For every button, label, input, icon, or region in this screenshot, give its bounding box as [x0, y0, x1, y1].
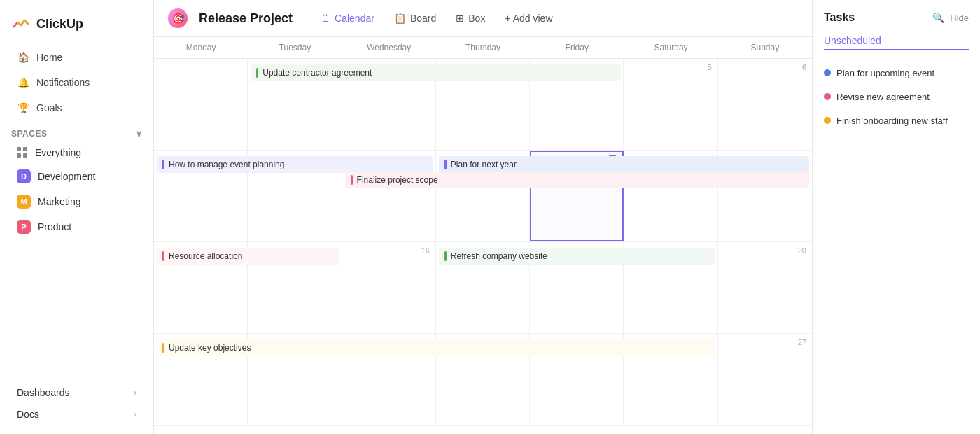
- task-dot-1: [824, 69, 831, 76]
- day-headers: Monday Tuesday Wednesday Thursday Friday…: [154, 37, 812, 59]
- day-number: 16: [345, 245, 433, 256]
- event-color-bar: [162, 160, 164, 169]
- sidebar-item-everything[interactable]: Everything: [6, 142, 148, 163]
- event-color-bar: [351, 175, 353, 185]
- day-cell[interactable]: 5: [624, 59, 718, 150]
- tab-board[interactable]: 📋 Board: [386, 8, 444, 28]
- calendar-event[interactable]: Update key objectives: [157, 340, 715, 356]
- tab-calendar[interactable]: 🗓 Calendar: [312, 8, 383, 28]
- everything-grid-icon: [17, 147, 28, 158]
- day-number: 20: [721, 245, 809, 256]
- logo-text: ClickUp: [36, 17, 83, 31]
- day-header-tuesday: Tuesday: [248, 37, 342, 58]
- project-title: Release Project: [199, 11, 293, 26]
- sidebar-item-home[interactable]: 🏠 Home: [6, 46, 148, 69]
- calendar-tab-label: Calendar: [335, 13, 374, 24]
- tasks-actions: 🔍 Hide: [932, 12, 969, 23]
- main-content: 🎯 Release Project 🗓 Calendar 📋 Board ⊞ B…: [154, 0, 812, 434]
- event-color-bar: [162, 343, 164, 353]
- task-label-3: Finish onboarding new staff: [836, 115, 948, 127]
- calendar-event[interactable]: How to manage event planning: [157, 156, 433, 173]
- event-label: Refresh company website: [451, 251, 547, 261]
- calendar-event[interactable]: Resource allocation: [157, 248, 340, 265]
- sidebar-item-goals-label: Goals: [36, 102, 62, 113]
- day-number: 6: [721, 62, 809, 73]
- day-number: 5: [626, 62, 714, 73]
- day-header-monday: Monday: [154, 37, 248, 58]
- task-dot-3: [824, 117, 831, 124]
- task-item-2[interactable]: Revise new agreement: [824, 85, 969, 109]
- tasks-hide-button[interactable]: Hide: [950, 13, 969, 23]
- day-cell[interactable]: 16: [342, 242, 436, 333]
- day-cell[interactable]: 6: [718, 59, 812, 150]
- logo-container: ClickUp: [0, 8, 153, 45]
- event-color-bar: [444, 251, 447, 261]
- day-header-friday: Friday: [530, 37, 624, 58]
- tasks-tab-unscheduled[interactable]: Unscheduled: [824, 32, 969, 50]
- event-label: Resource allocation: [169, 251, 242, 261]
- board-tab-icon: 📋: [394, 13, 406, 24]
- spaces-section-header: Spaces ∨: [0, 120, 153, 141]
- sidebar-item-development-label: Development: [38, 171, 96, 182]
- event-color-bar: [162, 251, 164, 261]
- task-item-1[interactable]: Plan for upcoming event: [824, 62, 969, 85]
- page-header: 🎯 Release Project 🗓 Calendar 📋 Board ⊞ B…: [154, 0, 812, 37]
- day-number: [157, 62, 244, 64]
- task-label-2: Revise new agreement: [836, 91, 930, 104]
- sidebar-item-home-label: Home: [36, 52, 62, 63]
- sidebar-item-development[interactable]: D Development: [6, 164, 148, 188]
- project-icon: 🎯: [168, 8, 188, 28]
- tasks-search-icon[interactable]: 🔍: [932, 12, 944, 23]
- day-header-wednesday: Wednesday: [342, 37, 436, 58]
- marketing-dot: M: [17, 195, 31, 209]
- sidebar-item-marketing[interactable]: M Marketing: [6, 190, 148, 214]
- day-header-sunday: Sunday: [718, 37, 812, 58]
- sidebar-item-goals[interactable]: 🏆 Goals: [6, 96, 148, 120]
- view-tabs: 🗓 Calendar 📋 Board ⊞ Box + Add view: [312, 8, 561, 28]
- docs-chevron-icon: ›: [134, 410, 136, 419]
- sidebar-item-dashboards[interactable]: Dashboards ›: [6, 382, 148, 403]
- add-view-label: + Add view: [505, 13, 552, 24]
- calendar-grid: Monday Tuesday Wednesday Thursday Friday…: [154, 37, 812, 434]
- notifications-icon: 🔔: [17, 76, 29, 89]
- product-dot: P: [17, 220, 31, 234]
- sidebar-item-product[interactable]: P Product: [6, 215, 148, 239]
- task-label-1: Plan for upcoming event: [836, 67, 934, 80]
- day-cell[interactable]: 20: [718, 242, 812, 333]
- sidebar-item-everything-label: Everything: [35, 147, 81, 158]
- tasks-panel-header: Tasks 🔍 Hide: [824, 11, 969, 24]
- box-tab-icon: ⊞: [456, 13, 464, 24]
- goals-icon: 🏆: [17, 102, 29, 114]
- day-number: 27: [721, 337, 809, 348]
- sidebar-item-dashboards-label: Dashboards: [17, 387, 70, 398]
- day-header-saturday: Saturday: [624, 37, 718, 58]
- spaces-label: Spaces: [11, 129, 47, 139]
- day-cell[interactable]: [154, 59, 248, 150]
- box-tab-label: Box: [468, 13, 485, 24]
- event-label: Update contractor agreement: [262, 68, 372, 78]
- calendar-tab-icon: 🗓: [321, 13, 330, 24]
- calendar-event[interactable]: Update contractor agreement: [251, 64, 621, 81]
- event-label: How to manage event planning: [169, 160, 284, 169]
- home-icon: 🏠: [17, 51, 29, 64]
- calendar-event[interactable]: Refresh company website: [439, 248, 715, 265]
- event-color-bar: [444, 160, 447, 169]
- task-dot-2: [824, 93, 831, 100]
- sidebar-item-notifications[interactable]: 🔔 Notifications: [6, 71, 148, 94]
- sidebar-item-notifications-label: Notifications: [36, 77, 90, 88]
- sidebar: ClickUp 🏠 Home 🔔 Notifications 🏆 Goals S…: [0, 0, 154, 434]
- task-item-3[interactable]: Finish onboarding new staff: [824, 109, 969, 133]
- calendar-event[interactable]: Finalize project scope: [345, 172, 809, 188]
- day-header-thursday: Thursday: [436, 37, 530, 58]
- tab-box[interactable]: ⊞ Box: [447, 8, 493, 28]
- dashboards-chevron-icon: ›: [134, 388, 136, 398]
- add-view-button[interactable]: + Add view: [496, 8, 561, 28]
- day-cell[interactable]: 27: [718, 334, 812, 425]
- board-tab-label: Board: [410, 13, 436, 24]
- calendar-container: Monday Tuesday Wednesday Thursday Friday…: [154, 37, 812, 434]
- sidebar-item-docs-label: Docs: [17, 409, 39, 420]
- chevron-down-icon[interactable]: ∨: [136, 129, 143, 139]
- sidebar-item-docs[interactable]: Docs ›: [6, 404, 148, 425]
- event-label: Finalize project scope: [357, 175, 438, 185]
- calendar-event[interactable]: Plan for next year: [439, 156, 809, 173]
